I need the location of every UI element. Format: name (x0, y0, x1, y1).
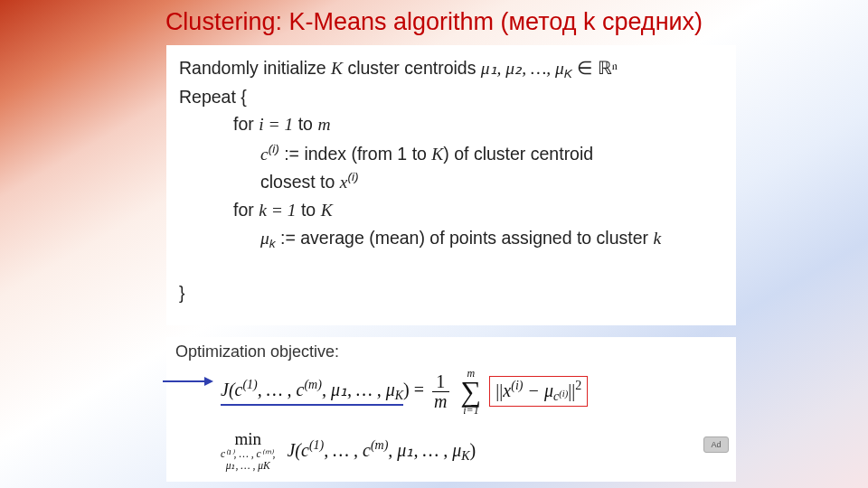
var-m: m (317, 115, 330, 134)
var-c: c (260, 144, 269, 163)
alg-line-8: } (179, 279, 723, 306)
sigma-bottom: i=1 (461, 405, 482, 416)
text: to (293, 114, 317, 134)
mu-args: , μ₁, … , μ (322, 380, 395, 399)
alg-line-3: for i = 1 to m (179, 110, 723, 138)
sub-c-sup: (i) (559, 389, 568, 399)
var-K: K (331, 59, 343, 78)
squared-distance-box: ||x(i) − μc(i)||2 (489, 376, 588, 407)
fraction-1-over-m: 1 m (432, 372, 448, 411)
sup-i: (i) (347, 170, 358, 183)
sigma-icon: ∑ (461, 379, 482, 405)
ad-badge: Ad (703, 436, 729, 453)
norm-bars: || (568, 380, 575, 400)
dots: , … , (258, 380, 297, 399)
minus-mu: − μ (523, 380, 553, 400)
text: := average (mean) of points assigned to … (276, 228, 654, 248)
sub-K: K (564, 67, 572, 80)
min-sub-1: c⁽¹⁾, … , c⁽ᵐ⁾, (221, 449, 275, 461)
text: for (233, 114, 259, 134)
arrow-icon (161, 372, 215, 390)
text: for (233, 200, 259, 220)
minimization-equation: min c⁽¹⁾, … , c⁽ᵐ⁾, μ₁, … , μK J(c(1), …… (221, 429, 476, 473)
mu-args: , μ₁, … , μ (388, 440, 461, 460)
text: closest to (260, 172, 340, 192)
min-sub-2: μ₁, … , μK (221, 461, 275, 473)
alg-line-6: for k = 1 to K (179, 196, 723, 224)
close-paren: ) (470, 440, 476, 460)
text: := index (from 1 to (279, 143, 432, 163)
set-Rn: ℝⁿ (598, 59, 618, 78)
min-block: min c⁽¹⁾, … , c⁽ᵐ⁾, μ₁, … , μK (221, 429, 275, 473)
summation: m ∑ i=1 (461, 368, 482, 416)
var-mu: μ (260, 229, 269, 248)
mu-list: μ₁, μ₂, …, μ (481, 59, 564, 78)
J-args-underlined: J(c(1), … , c(m), μ₁, … , μK (221, 378, 403, 406)
text: J(c (287, 440, 308, 460)
sup-1: (1) (242, 378, 257, 391)
squared: 2 (575, 379, 581, 392)
numerator: 1 (432, 372, 448, 392)
algorithm-panel: Randomly initialize K cluster centroids … (166, 45, 736, 325)
text: Randomly initialize (179, 58, 331, 78)
text: ) = (403, 380, 429, 399)
sub-K: K (461, 449, 469, 463)
text: to (297, 200, 321, 220)
alg-line-2: Repeat { (179, 83, 723, 110)
var-J: J (221, 380, 229, 399)
dots: , … , (324, 440, 363, 460)
var-i-eq: i = 1 (259, 115, 293, 134)
alg-line-5: closest to x(i) (179, 167, 723, 196)
denominator: m (432, 392, 448, 411)
spacer (179, 254, 723, 279)
sub-K: K (395, 389, 403, 402)
min-word: min (221, 429, 275, 449)
var-x: x (503, 380, 511, 400)
slide-title: Clustering: K-Means algorithm (метод k с… (0, 8, 868, 36)
algorithm-text: Randomly initialize K cluster centroids … (166, 45, 736, 306)
alg-line-4: c(i) := index (from 1 to K) of cluster c… (179, 139, 723, 168)
svg-marker-1 (204, 377, 213, 386)
var-c: c (363, 440, 371, 460)
var-K: K (321, 201, 333, 220)
objective-panel: Optimization objective: J(c(1), … , c(m)… (166, 337, 736, 482)
cost-function-equation: J(c(1), … , c(m), μ₁, … , μK ) = 1 m m ∑… (221, 368, 588, 416)
text: (c (229, 380, 243, 399)
sup-i: (i) (511, 379, 523, 392)
sup-m: (m) (371, 438, 388, 452)
var-K: K (431, 144, 443, 163)
alg-line-7: μk := average (mean) of points assigned … (179, 224, 723, 253)
var-k: k (653, 229, 661, 248)
objective-label: Optimization objective: (175, 343, 339, 361)
sup-m: (m) (304, 378, 321, 391)
alg-line-1: Randomly initialize K cluster centroids … (179, 54, 723, 83)
text: ∈ (572, 58, 598, 78)
text: ) of cluster centroid (443, 143, 593, 163)
sup-i: (i) (269, 142, 279, 155)
sub-k: k (269, 237, 276, 250)
text: cluster centroids (343, 58, 481, 78)
sup-1: (1) (309, 438, 324, 452)
var-k-eq: k = 1 (259, 201, 296, 220)
